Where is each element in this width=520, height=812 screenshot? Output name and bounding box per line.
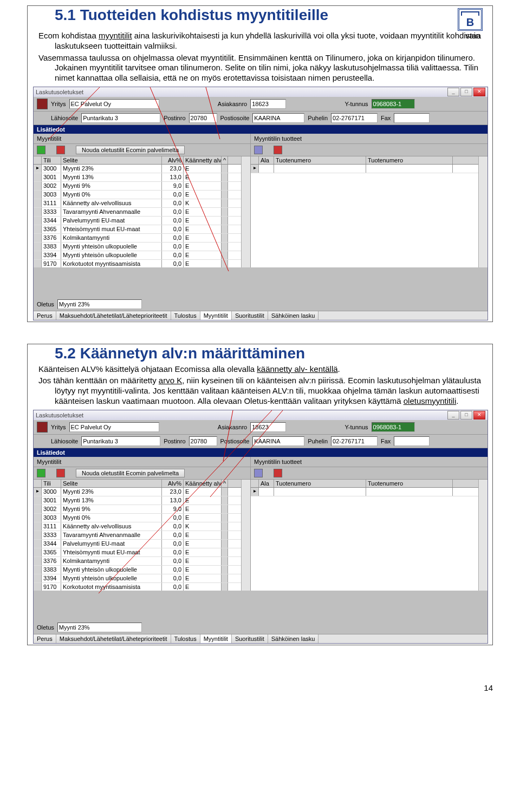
nouda-button[interactable]: Nouda oletustilit Ecomin palvelimelta <box>76 469 185 477</box>
lahiosoite-field[interactable]: Puntarikatu 3 <box>81 436 160 446</box>
right-grid-header: Ala Tuotenumero Tuotenumero <box>251 156 478 165</box>
left-grid-header: Tili Selite Alv% Käännetty alv ^ <box>34 156 241 165</box>
puhelin-field[interactable]: 02-2767171 <box>331 436 378 446</box>
table-row[interactable]: 9170Korkotuotot myyntisaamisista0,0E <box>34 583 241 591</box>
add-icon[interactable] <box>37 469 46 477</box>
table-row[interactable]: 3111Käännetty alv-velvollisuus0,0K <box>34 522 241 531</box>
tab-myyntitilit[interactable]: Myyntitilit <box>200 634 232 643</box>
tab-suoritustilit[interactable]: Suoritustilit <box>232 634 268 643</box>
scrollbar-vertical-2[interactable] <box>478 480 487 591</box>
lisatiedot-bar: Lisätiedot <box>34 125 487 134</box>
table-row[interactable]: 9170Korkotuotot myyntisaamisista0,0E <box>34 260 241 267</box>
remove-icon-2[interactable] <box>274 146 282 154</box>
section-5-2-para2: Jos tähän kenttään on määritetty arvo K,… <box>38 376 487 406</box>
scrollbar-vertical-2[interactable] <box>478 156 487 267</box>
logo-icon: B <box>458 8 483 31</box>
right-grid-body[interactable]: ▸ <box>251 488 478 591</box>
window-min-button[interactable]: _ <box>447 88 459 96</box>
section-5-1-para2: Vasemmassa taulussa on ohjelmassa olevat… <box>38 53 487 83</box>
asiakasnro-field[interactable]: 18623 <box>250 99 286 109</box>
section-5-1-title: 5.1 Tuotteiden kohdistus myyntitileille <box>33 7 487 24</box>
tab-tulostus[interactable]: Tulostus <box>171 634 200 643</box>
postinro-field[interactable]: 20780 <box>189 436 217 446</box>
table-row[interactable]: 3383Myynti yhteisön ulkopuolelle0,0E <box>34 566 241 574</box>
app-window-1: Laskutusoletukset _ □ ✕ Yritys EC Palvel… <box>33 87 488 320</box>
header-row-2: Lähiosoite Puntarikatu 3 Postinro 20780 … <box>34 112 487 125</box>
tab-tulostus[interactable]: Tulostus <box>171 311 200 320</box>
yritys-field[interactable]: EC Palvelut Oy <box>69 422 159 432</box>
section-5-2: 5.2 Käännetyn alv:n määrittäminen Käänte… <box>27 344 493 645</box>
oletus-field[interactable]: Myynti 23% <box>57 623 142 632</box>
section-5-1: B 5.1 Tuotteiden kohdistus myyntitileill… <box>27 5 493 322</box>
window-min-button[interactable]: _ <box>447 411 459 420</box>
table-row[interactable]: ▸3000Myynti 23%23,0E <box>34 165 241 173</box>
window-close-button[interactable]: ✕ <box>473 411 485 420</box>
window-titlebar: Laskutusoletukset _ □ ✕ <box>34 87 487 97</box>
table-row[interactable]: 3002Myynti 9%9,0E <box>34 182 241 191</box>
bottom-tabs: PerusMaksuehdot/Lähetetilat/Lähetepriori… <box>34 311 487 320</box>
table-row[interactable]: 3001Myynti 13%13,0E <box>34 496 241 505</box>
table-row[interactable]: 3333Tavaramyynti Ahvenanmaalle0,0E <box>34 208 241 217</box>
table-row[interactable]: 3394Myynti yhteisön ulkopuolelle0,0E <box>34 251 241 260</box>
ytunnus-field[interactable]: 0968083-1 <box>372 422 415 432</box>
table-row[interactable]: 3333Tavaramyynti Ahvenanmaalle0,0E <box>34 531 241 540</box>
table-row[interactable]: 3394Myynti yhteisön ulkopuolelle0,0E <box>34 574 241 583</box>
table-row[interactable]: 3003Myynti 0%0,0E <box>34 191 241 199</box>
tool-icon[interactable] <box>37 422 48 433</box>
tool-icon[interactable] <box>37 99 48 109</box>
section-5-1-para1: vain Ecom kohdistaa myyntitilit aina las… <box>38 31 487 51</box>
app-window-2: Laskutusoletukset _ □ ✕ Yritys EC Palvel… <box>33 410 488 644</box>
postiosoite-field[interactable]: KAARINA <box>252 436 304 446</box>
window-max-button[interactable]: □ <box>460 411 472 420</box>
bottom-tabs: PerusMaksuehdot/Lähetetilat/Lähetepriori… <box>34 634 487 643</box>
table-row[interactable]: 3365Yhteisömyynti muut EU-maat0,0E <box>34 548 241 557</box>
left-grid-body[interactable]: ▸3000Myynti 23%23,0E3001Myynti 13%13,0E3… <box>34 165 241 267</box>
table-row[interactable]: 3002Myynti 9%9,0E <box>34 505 241 514</box>
table-row[interactable]: 3383Myynti yhteisön ulkopuolelle0,0E <box>34 243 241 251</box>
asiakasnro-field[interactable]: 18623 <box>250 422 286 432</box>
add-icon[interactable] <box>37 146 46 154</box>
window-title: Laskutusoletukset <box>36 412 447 418</box>
postiosoite-field[interactable]: KAARINA <box>252 113 304 123</box>
postinro-field[interactable]: 20780 <box>189 113 217 123</box>
table-row[interactable]: 3344Palvelumyynti EU-maat0,0E <box>34 540 241 548</box>
tab-suoritustilit[interactable]: Suoritustilit <box>232 311 268 320</box>
tab-perus[interactable]: Perus <box>34 634 56 643</box>
tab-maksuehdot-l-hetetilat-l-heteprioriteetit[interactable]: Maksuehdot/Lähetetilat/Läheteprioriteeti… <box>56 311 171 320</box>
table-row[interactable]: 3365Yhteisömyynti muut EU-maat0,0E <box>34 225 241 234</box>
yritys-field[interactable]: EC Palvelut Oy <box>69 99 159 109</box>
table-row[interactable]: 3376Kolmikantamyynti0,0E <box>34 234 241 243</box>
scrollbar-vertical[interactable] <box>241 480 250 591</box>
window-max-button[interactable]: □ <box>460 88 472 96</box>
tab-s-hk-inen-lasku[interactable]: Sähköinen lasku <box>268 634 319 643</box>
tab-perus[interactable]: Perus <box>34 311 56 320</box>
left-grid-body[interactable]: ▸3000Myynti 23%23,0E3001Myynti 13%13,0E3… <box>34 488 241 591</box>
header-row-1: Yritys EC Palvelut Oy Asiakasnro 18623 Y… <box>34 97 487 112</box>
section-5-2-para1: Käänteisen ALV% käsittelyä ohjataan Ecom… <box>38 364 487 375</box>
window-close-button[interactable]: ✕ <box>473 88 485 96</box>
table-row[interactable]: 3001Myynti 13%13,0E <box>34 173 241 182</box>
remove-icon[interactable] <box>56 469 65 477</box>
tab-s-hk-inen-lasku[interactable]: Sähköinen lasku <box>268 311 319 320</box>
ytunnus-field[interactable]: 0968083-1 <box>372 99 415 109</box>
page-number: 14 <box>0 683 520 692</box>
puhelin-field[interactable]: 02-2767171 <box>331 113 378 123</box>
table-row[interactable]: 3111Käännetty alv-velvollisuus0,0K <box>34 199 241 208</box>
fax-field[interactable] <box>394 436 430 446</box>
tab-myyntitilit[interactable]: Myyntitilit <box>200 311 232 320</box>
scrollbar-vertical[interactable] <box>241 156 250 267</box>
remove-icon[interactable] <box>56 146 65 154</box>
right-grid-body[interactable]: ▸ <box>251 165 478 267</box>
table-row[interactable]: 3376Kolmikantamyynti0,0E <box>34 557 241 566</box>
link-icon[interactable] <box>254 146 263 154</box>
remove-icon-2[interactable] <box>274 469 282 477</box>
table-row[interactable]: 3003Myynti 0%0,0E <box>34 514 241 522</box>
nouda-button[interactable]: Nouda oletustilit Ecomin palvelimelta <box>76 146 185 154</box>
tab-maksuehdot-l-hetetilat-l-heteprioriteetit[interactable]: Maksuehdot/Lähetetilat/Läheteprioriteeti… <box>56 634 171 643</box>
table-row[interactable]: ▸3000Myynti 23%23,0E <box>34 488 241 496</box>
fax-field[interactable] <box>394 113 430 123</box>
oletus-field[interactable]: Myynti 23% <box>57 299 142 309</box>
lahiosoite-field[interactable]: Puntarikatu 3 <box>81 113 160 123</box>
link-icon[interactable] <box>254 469 263 477</box>
table-row[interactable]: 3344Palvelumyynti EU-maat0,0E <box>34 217 241 225</box>
